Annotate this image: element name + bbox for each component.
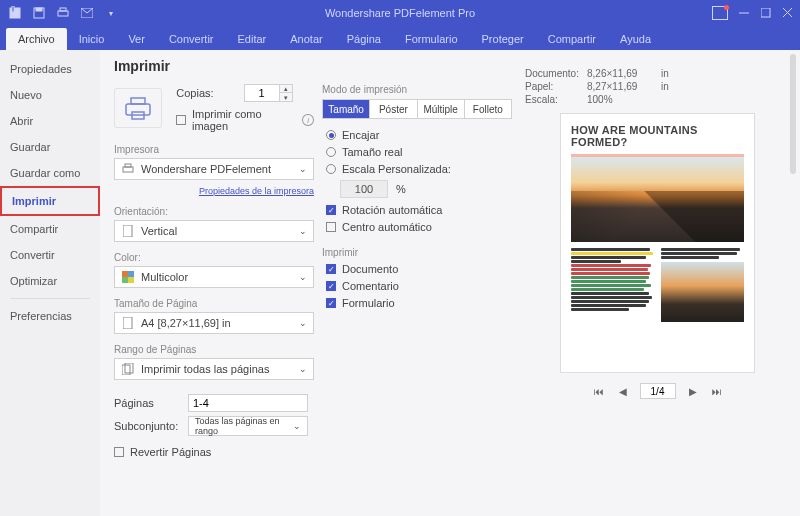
menu-archivo[interactable]: Archivo bbox=[6, 28, 67, 50]
svg-rect-17 bbox=[122, 271, 128, 277]
menu-ayuda[interactable]: Ayuda bbox=[608, 28, 663, 50]
pager-field[interactable] bbox=[640, 383, 676, 399]
print-as-image-checkbox[interactable] bbox=[176, 115, 186, 125]
menu-proteger[interactable]: Proteger bbox=[470, 28, 536, 50]
pagerange-section-label: Rango de Páginas bbox=[114, 344, 314, 355]
pagesize-section-label: Tamaño de Página bbox=[114, 298, 314, 309]
menu-editar[interactable]: Editar bbox=[226, 28, 279, 50]
pager-last-button[interactable]: ⏭ bbox=[710, 384, 724, 398]
copies-down[interactable]: ▾ bbox=[280, 93, 292, 101]
sidebar-item-convertir[interactable]: Convertir bbox=[0, 242, 100, 268]
auto-center-checkbox[interactable] bbox=[326, 222, 336, 232]
svg-rect-20 bbox=[128, 277, 134, 283]
mode-tab-tamaño[interactable]: Tamaño bbox=[323, 100, 370, 118]
orientation-value: Vertical bbox=[141, 225, 177, 237]
color-select[interactable]: Multicolor ⌄ bbox=[114, 266, 314, 288]
chevron-down-icon: ⌄ bbox=[299, 318, 307, 328]
subset-select[interactable]: Todas las páginas en rango ⌄ bbox=[188, 416, 308, 436]
maximize-button[interactable] bbox=[760, 7, 772, 19]
chevron-down-icon: ⌄ bbox=[299, 226, 307, 236]
print-mode-segment: TamañoPósterMúltipleFolleto bbox=[322, 99, 512, 119]
fit-radio[interactable] bbox=[326, 130, 336, 140]
info-icon[interactable]: i bbox=[302, 114, 314, 126]
menu-formulario[interactable]: Formulario bbox=[393, 28, 470, 50]
copies-up[interactable]: ▴ bbox=[280, 85, 292, 93]
pagesize-select[interactable]: A4 [8,27×11,69] in ⌄ bbox=[114, 312, 314, 334]
custom-scale-label: Escala Personalizada: bbox=[342, 163, 451, 175]
page-icon bbox=[121, 316, 135, 330]
svg-rect-11 bbox=[126, 104, 150, 115]
sidebar-item-imprimir[interactable]: Imprimir bbox=[0, 186, 100, 216]
menu-bar: ArchivoInicioVerConvertirEditarAnotarPág… bbox=[0, 26, 800, 50]
printer-value: Wondershare PDFelement bbox=[141, 163, 271, 175]
mode-tab-múltiple[interactable]: Múltiple bbox=[418, 100, 465, 118]
print-form-label: Formulario bbox=[342, 297, 395, 309]
pager-next-button[interactable]: ▶ bbox=[686, 384, 700, 398]
svg-rect-1 bbox=[12, 6, 14, 12]
close-button[interactable] bbox=[782, 7, 794, 19]
mode-tab-póster[interactable]: Póster bbox=[370, 100, 417, 118]
svg-rect-18 bbox=[128, 271, 134, 277]
actual-size-label: Tamaño real bbox=[342, 146, 403, 158]
color-value: Multicolor bbox=[141, 271, 188, 283]
printer-section-label: Impresora bbox=[114, 144, 314, 155]
titlebar: ▾ Wondershare PDFelement Pro bbox=[0, 0, 800, 26]
printer-properties-link[interactable]: Propiedades de la impresora bbox=[199, 186, 314, 196]
menu-página[interactable]: Página bbox=[335, 28, 393, 50]
sidebar-item-propiedades[interactable]: Propiedades bbox=[0, 56, 100, 82]
menu-convertir[interactable]: Convertir bbox=[157, 28, 226, 50]
sidebar-item-abrir[interactable]: Abrir bbox=[0, 108, 100, 134]
reverse-pages-label: Revertir Páginas bbox=[130, 446, 211, 458]
menu-inicio[interactable]: Inicio bbox=[67, 28, 117, 50]
percent-label: % bbox=[396, 183, 406, 195]
notification-icon[interactable] bbox=[712, 6, 728, 20]
print-icon[interactable] bbox=[56, 6, 70, 20]
sidebar-item-optimizar[interactable]: Optimizar bbox=[0, 268, 100, 294]
sidebar-separator bbox=[10, 298, 90, 299]
svg-rect-3 bbox=[36, 8, 42, 11]
sidebar-item-guardar[interactable]: Guardar bbox=[0, 134, 100, 160]
reverse-pages-checkbox[interactable] bbox=[114, 447, 124, 457]
copies-stepper[interactable]: ▴▾ bbox=[244, 84, 293, 102]
chevron-down-icon: ⌄ bbox=[299, 272, 307, 282]
print-what-label: Imprimir bbox=[322, 247, 517, 258]
print-mode-label: Modo de impresión bbox=[322, 84, 517, 95]
pagerange-select[interactable]: Imprimir todas las páginas ⌄ bbox=[114, 358, 314, 380]
print-comment-checkbox[interactable]: ✓ bbox=[326, 281, 336, 291]
orientation-select[interactable]: Vertical ⌄ bbox=[114, 220, 314, 242]
dropdown-icon[interactable]: ▾ bbox=[104, 6, 118, 20]
print-form-checkbox[interactable]: ✓ bbox=[326, 298, 336, 308]
printer-select[interactable]: Wondershare PDFelement ⌄ bbox=[114, 158, 314, 180]
menu-anotar[interactable]: Anotar bbox=[278, 28, 334, 50]
print-document-checkbox[interactable]: ✓ bbox=[326, 264, 336, 274]
pager-first-button[interactable]: ⏮ bbox=[592, 384, 606, 398]
pager-prev-button[interactable]: ◀ bbox=[616, 384, 630, 398]
sidebar-item-compartir[interactable]: Compartir bbox=[0, 216, 100, 242]
app-title: Wondershare PDFelement Pro bbox=[0, 7, 800, 19]
svg-rect-8 bbox=[761, 8, 770, 17]
sidebar-item-guardar-como[interactable]: Guardar como bbox=[0, 160, 100, 186]
menu-ver[interactable]: Ver bbox=[116, 28, 157, 50]
sidebar-item-nuevo[interactable]: Nuevo bbox=[0, 82, 100, 108]
fit-label: Encajar bbox=[342, 129, 379, 141]
preview-hero-image bbox=[571, 154, 744, 242]
svg-rect-15 bbox=[125, 164, 131, 167]
printer-small-icon bbox=[121, 162, 135, 176]
custom-scale-radio[interactable] bbox=[326, 164, 336, 174]
mail-icon[interactable] bbox=[80, 6, 94, 20]
file-sidebar: PropiedadesNuevoAbrirGuardarGuardar como… bbox=[0, 50, 100, 516]
save-icon[interactable] bbox=[32, 6, 46, 20]
actual-size-radio[interactable] bbox=[326, 147, 336, 157]
sidebar-item-preferencias[interactable]: Preferencias bbox=[0, 303, 100, 329]
print-comment-label: Comentario bbox=[342, 280, 399, 292]
page-title: Imprimir bbox=[114, 58, 314, 74]
minimize-button[interactable] bbox=[738, 7, 750, 19]
mode-tab-folleto[interactable]: Folleto bbox=[465, 100, 511, 118]
app-logo-icon bbox=[8, 6, 22, 20]
menu-compartir[interactable]: Compartir bbox=[536, 28, 608, 50]
custom-scale-input[interactable] bbox=[340, 180, 388, 198]
pages-input[interactable] bbox=[188, 394, 308, 412]
pagerange-value: Imprimir todas las páginas bbox=[141, 363, 269, 375]
orientation-icon bbox=[121, 224, 135, 238]
auto-rotate-checkbox[interactable]: ✓ bbox=[326, 205, 336, 215]
